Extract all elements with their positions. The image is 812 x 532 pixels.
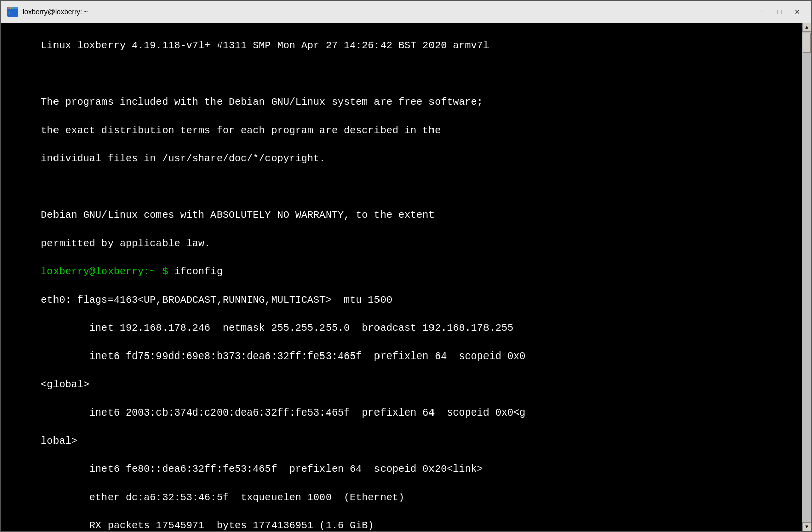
eth0-line4b: lobal> — [41, 435, 77, 447]
scroll-up-button[interactable]: ▲ — [802, 23, 811, 32]
maximize-button[interactable]: □ — [771, 4, 787, 20]
eth0-line3: inet6 fd75:99dd:69e8:b373:dea6:32ff:fe53… — [41, 350, 525, 362]
output-line-3: The programs included with the Debian GN… — [41, 96, 483, 108]
scroll-down-button[interactable]: ▼ — [802, 522, 811, 531]
eth0-line3b: <global> — [41, 379, 89, 390]
terminal-output[interactable]: Linux loxberry 4.19.118-v7l+ #1311 SMP M… — [1, 23, 802, 531]
output-line-8: permitted by applicable law. — [41, 238, 210, 249]
eth0-line6: ether dc:a6:32:53:46:5f txqueuelen 1000 … — [41, 492, 404, 503]
eth0-line7: RX packets 17545971 bytes 1774136951 (1.… — [41, 520, 374, 531]
output-line-1: Linux loxberry 4.19.118-v7l+ #1311 SMP M… — [41, 40, 489, 51]
eth0-line1: eth0: flags=4163<UP,BROADCAST,RUNNING,MU… — [41, 294, 392, 306]
svg-text:$_: $_ — [8, 11, 12, 15]
eth0-line4: inet6 2003:cb:374d:c200:dea6:32ff:fe53:4… — [41, 407, 525, 419]
window-controls: − □ ✕ — [753, 4, 805, 20]
output-line-4: the exact distribution terms for each pr… — [41, 125, 441, 136]
scroll-track[interactable] — [802, 32, 811, 522]
eth0-line2: inet 192.168.178.246 netmask 255.255.255… — [41, 322, 513, 334]
terminal-body: Linux loxberry 4.19.118-v7l+ #1311 SMP M… — [1, 23, 811, 531]
svg-point-2 — [8, 7, 9, 8]
terminal-window: $_ loxberry@loxberry: ~ − □ ✕ Linux loxb… — [0, 0, 812, 532]
svg-point-4 — [12, 7, 13, 8]
scroll-thumb[interactable] — [803, 33, 811, 53]
minimize-button[interactable]: − — [753, 4, 769, 20]
prompt-1: loxberry@loxberry:~ $ — [41, 266, 174, 277]
terminal-icon: $_ — [7, 6, 19, 18]
cmd-1: ifconfig — [174, 266, 223, 277]
output-line-7: Debian GNU/Linux comes with ABSOLUTELY N… — [41, 209, 435, 221]
scrollbar[interactable]: ▲ ▼ — [802, 23, 811, 531]
close-button[interactable]: ✕ — [789, 4, 805, 20]
svg-point-3 — [10, 7, 11, 8]
output-line-5: individual files in /usr/share/doc/*/cop… — [41, 153, 326, 164]
eth0-line5: inet6 fe80::dea6:32ff:fe53:465f prefixle… — [41, 463, 483, 475]
window-title: loxberry@loxberry: ~ — [23, 8, 749, 16]
titlebar: $_ loxberry@loxberry: ~ − □ ✕ — [1, 1, 811, 23]
